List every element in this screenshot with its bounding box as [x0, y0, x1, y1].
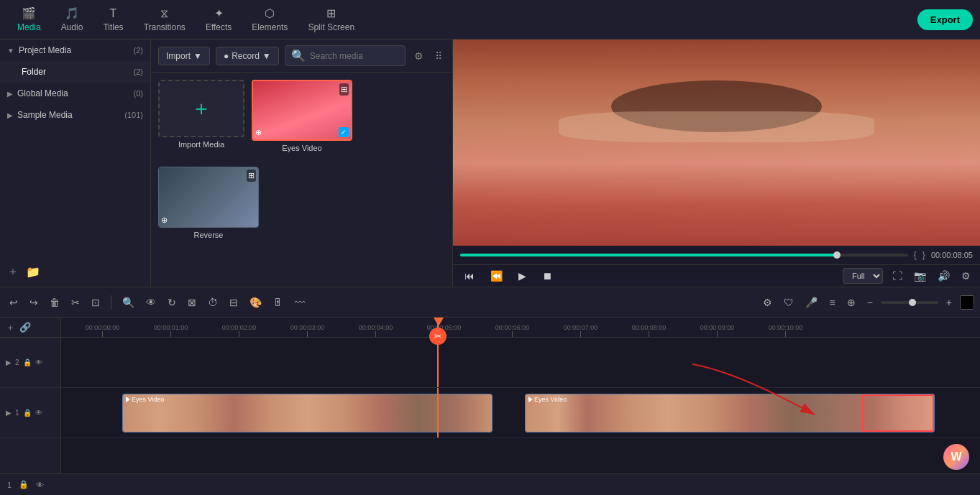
transform-button[interactable]: ⊠: [184, 295, 200, 310]
clip2-label-wrap: Eyes Video: [528, 396, 567, 403]
track1-label: ▶ 1 🔒 👁: [0, 388, 60, 438]
redo-button[interactable]: ↪: [26, 295, 42, 310]
rotate-button[interactable]: ↻: [164, 295, 180, 310]
mic-icon[interactable]: 🎤: [802, 295, 821, 310]
crop-button[interactable]: ⊡: [88, 295, 104, 310]
new-folder-button[interactable]: 📁: [26, 264, 40, 279]
lock-status-icon: 🔒: [19, 480, 29, 489]
track1-number: ▶: [6, 409, 12, 417]
delete-button[interactable]: 🗑: [46, 295, 63, 310]
speed-button[interactable]: ⏱: [204, 295, 221, 310]
nav-audio[interactable]: 🎵 Audio: [51, 2, 93, 37]
settings-button[interactable]: ⚙: [959, 268, 973, 284]
timeline-content: ＋ 🔗 ▶ 2 🔒 👁 ▶ 1 🔒 👁 00:00:00:00: [0, 318, 980, 473]
link-button[interactable]: 🔗: [19, 322, 31, 333]
titles-icon: T: [110, 7, 117, 20]
cut-scissors-icon[interactable]: ✂: [429, 328, 447, 345]
audio-adjust-button[interactable]: 🎚: [270, 295, 287, 310]
sidebar: ▼ Project Media (2) Folder (2) ▶ Global …: [0, 40, 151, 287]
add-track-button[interactable]: ＋: [6, 321, 15, 334]
record-button[interactable]: ● Record ▼: [216, 47, 279, 65]
project-media-label: Project Media: [19, 45, 134, 55]
prev-frame-button[interactable]: ⏪: [486, 268, 507, 284]
bracket-close: }: [922, 250, 925, 260]
progress-handle[interactable]: [833, 251, 841, 259]
import-media-placeholder[interactable]: ＋: [158, 80, 244, 137]
plus-zoom-icon[interactable]: +: [943, 295, 956, 310]
top-navigation: 🎬 Media 🎵 Audio T Titles ⧖ Transitions ✦…: [0, 0, 980, 40]
search-input[interactable]: [310, 51, 399, 61]
ruler-mark-0: 00:00:00:00: [68, 324, 137, 337]
track1-lock-icon[interactable]: 🔒: [23, 409, 32, 417]
play-button[interactable]: ▶: [514, 268, 531, 284]
waveform-button[interactable]: 〰: [291, 295, 308, 310]
shield-icon[interactable]: 🛡: [780, 295, 797, 310]
zoom-slider[interactable]: [881, 301, 938, 304]
clip2[interactable]: Eyes Video: [525, 394, 935, 432]
ruler-mark-3: 00:00:03:00: [273, 324, 342, 337]
reverse-thumbnail[interactable]: ⊞ ⊕: [158, 167, 259, 228]
grid-icon[interactable]: ⠿: [432, 47, 445, 65]
face-gradient: [453, 40, 980, 246]
toolbar-divider: [111, 295, 111, 310]
eyes-video-thumbnail[interactable]: ⊞ ⊕ ✓: [252, 80, 352, 141]
ruler-mark-10: 00:00:10:00: [751, 324, 820, 337]
bracket-open: {: [914, 250, 917, 260]
ruler-mark-4: 00:00:04:00: [342, 324, 410, 337]
add-to-timeline-button[interactable]: ＋: [7, 264, 19, 279]
stop-button[interactable]: ⏹: [538, 268, 557, 284]
media-panel: Import ▼ ● Record ▼ 🔍 ⚙ ⠿ ＋ Import Media: [151, 40, 453, 287]
timeline-ruler: 00:00:00:00 00:00:01:00 00:00:02:00 00:0…: [61, 318, 980, 338]
step-back-button[interactable]: ⏮: [460, 268, 479, 284]
merge-icon[interactable]: ⊕: [843, 295, 859, 310]
sidebar-item-sample-media[interactable]: ▶ Sample Media (101): [0, 104, 150, 126]
filter-icon[interactable]: ⚙: [411, 47, 426, 65]
wondershare-logo[interactable]: W: [943, 444, 969, 470]
fullscreen-button[interactable]: ⛶: [890, 268, 905, 284]
sidebar-item-project-media[interactable]: ▼ Project Media (2): [0, 40, 150, 61]
chevron-right2-icon: ▶: [7, 111, 13, 119]
clip2-play-icon: [528, 397, 533, 402]
align-icon[interactable]: ≡: [825, 295, 838, 310]
track1-vis-icon[interactable]: 👁: [35, 409, 42, 417]
undo-button[interactable]: ↩: [6, 295, 22, 310]
import-button[interactable]: Import ▼: [158, 47, 210, 65]
export-button[interactable]: Export: [917, 9, 973, 30]
nav-media[interactable]: 🎬 Media: [7, 2, 51, 37]
track2-label: ▶ 2 🔒 👁: [0, 338, 60, 388]
nav-transitions[interactable]: ⧖ Transitions: [134, 3, 196, 37]
cut-button[interactable]: ✂: [68, 295, 83, 310]
nose-area: [559, 111, 875, 142]
clip1-label: Eyes Video: [132, 396, 164, 403]
progress-bar[interactable]: [460, 254, 908, 256]
sidebar-item-folder[interactable]: Folder (2): [0, 61, 150, 83]
screenshot-button[interactable]: 📷: [912, 268, 928, 284]
nav-elements[interactable]: ⬡ Elements: [242, 2, 298, 37]
track1-playhead: [437, 388, 439, 438]
track2-row: ✂: [61, 338, 980, 388]
fit-button[interactable]: ⊟: [226, 295, 242, 310]
nav-splitscreen[interactable]: ⊞ Split Screen: [298, 2, 365, 37]
settings2-icon[interactable]: ⚙: [759, 295, 776, 310]
search-box: 🔍: [285, 45, 406, 66]
status-bar: 1 🔒 👁: [0, 473, 980, 495]
zoom-handle: [909, 299, 916, 306]
playhead-triangle: [434, 318, 444, 326]
quality-select[interactable]: Full: [843, 268, 883, 284]
eye-button[interactable]: 👁: [142, 295, 160, 310]
color-button[interactable]: 🎨: [246, 295, 265, 310]
minus-zoom-icon[interactable]: −: [864, 295, 876, 310]
clip2-highlight-box: [862, 394, 934, 432]
track2-lock-icon[interactable]: 🔒: [23, 358, 32, 366]
import-chevron-icon: ▼: [193, 51, 202, 61]
color-swatch: [960, 295, 974, 310]
sidebar-item-global-media[interactable]: ▶ Global Media (0): [0, 83, 150, 104]
timeline-area: ↩ ↪ 🗑 ✂ ⊡ 🔍 👁 ↻ ⊠ ⏱ ⊟ 🎨 🎚 〰 ⚙ 🛡 🎤 ≡ ⊕ − …: [0, 287, 980, 473]
track2-vis-icon[interactable]: 👁: [35, 358, 42, 366]
eyes-video-label: Eyes Video: [282, 144, 321, 152]
nav-titles[interactable]: T Titles: [93, 3, 133, 37]
volume-button[interactable]: 🔊: [935, 268, 952, 284]
nav-effects[interactable]: ✦ Effects: [196, 2, 242, 37]
zoom-in-button[interactable]: 🔍: [119, 295, 138, 310]
nav-elements-label: Elements: [252, 22, 288, 32]
